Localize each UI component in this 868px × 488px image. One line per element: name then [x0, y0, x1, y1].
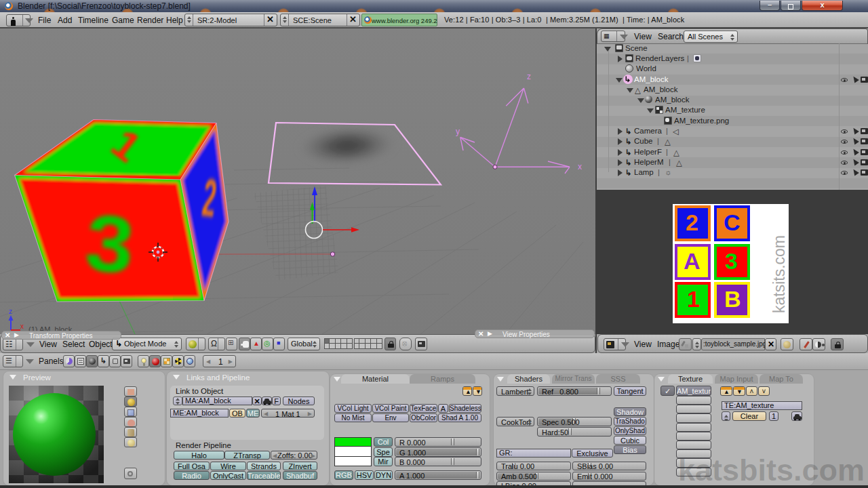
svg-text:3: 3: [82, 197, 138, 290]
svg-text:x: x: [20, 323, 24, 330]
svg-text:x: x: [578, 162, 582, 171]
svg-text:z: z: [527, 72, 531, 81]
svg-text:z: z: [9, 308, 12, 315]
svg-text:y: y: [456, 127, 460, 136]
